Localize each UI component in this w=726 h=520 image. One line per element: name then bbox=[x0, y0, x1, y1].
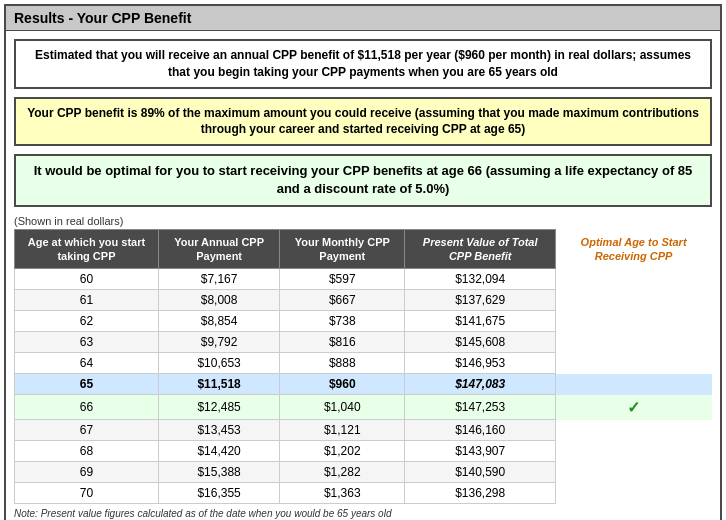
cell-annual: $11,518 bbox=[158, 374, 279, 395]
cell-age: 69 bbox=[15, 462, 159, 483]
col-monthly: Your Monthly CPP Payment bbox=[280, 229, 405, 269]
cell-annual: $9,792 bbox=[158, 332, 279, 353]
cell-optimal-check bbox=[556, 290, 712, 311]
cell-annual: $15,388 bbox=[158, 462, 279, 483]
cell-age: 62 bbox=[15, 311, 159, 332]
cell-annual: $12,485 bbox=[158, 395, 279, 420]
cell-annual: $14,420 bbox=[158, 441, 279, 462]
summary-box-1: Estimated that you will receive an annua… bbox=[14, 39, 712, 89]
shown-label: (Shown in real dollars) bbox=[14, 215, 712, 227]
cell-pv: $147,253 bbox=[405, 395, 556, 420]
cell-monthly: $738 bbox=[280, 311, 405, 332]
cell-age: 66 bbox=[15, 395, 159, 420]
cell-monthly: $1,121 bbox=[280, 420, 405, 441]
cell-monthly: $816 bbox=[280, 332, 405, 353]
cpp-table: Age at which you start taking CPP Your A… bbox=[14, 229, 712, 505]
cell-monthly: $667 bbox=[280, 290, 405, 311]
col-age: Age at which you start taking CPP bbox=[15, 229, 159, 269]
cell-age: 63 bbox=[15, 332, 159, 353]
summary-box-2: Your CPP benefit is 89% of the maximum a… bbox=[14, 97, 712, 147]
cell-pv: $146,953 bbox=[405, 353, 556, 374]
cell-optimal-check bbox=[556, 483, 712, 504]
cell-optimal-check bbox=[556, 353, 712, 374]
cell-annual: $13,453 bbox=[158, 420, 279, 441]
results-panel: Results - Your CPP Benefit Estimated tha… bbox=[4, 4, 722, 520]
optimal-box: It would be optimal for you to start rec… bbox=[14, 154, 712, 206]
col-pv: Present Value of Total CPP Benefit bbox=[405, 229, 556, 269]
cell-pv: $137,629 bbox=[405, 290, 556, 311]
cell-monthly: $888 bbox=[280, 353, 405, 374]
cell-pv: $145,608 bbox=[405, 332, 556, 353]
cell-optimal-check bbox=[556, 269, 712, 290]
cell-age: 60 bbox=[15, 269, 159, 290]
col-annual: Your Annual CPP Payment bbox=[158, 229, 279, 269]
panel-title: Results - Your CPP Benefit bbox=[6, 6, 720, 31]
cell-pv: $141,675 bbox=[405, 311, 556, 332]
cell-monthly: $960 bbox=[280, 374, 405, 395]
cell-optimal-check bbox=[556, 420, 712, 441]
table-note: Note: Present value figures calculated a… bbox=[14, 508, 712, 519]
cell-annual: $8,854 bbox=[158, 311, 279, 332]
cell-pv: $132,094 bbox=[405, 269, 556, 290]
cell-age: 64 bbox=[15, 353, 159, 374]
cell-pv: $140,590 bbox=[405, 462, 556, 483]
cell-annual: $16,355 bbox=[158, 483, 279, 504]
cell-annual: $10,653 bbox=[158, 353, 279, 374]
cell-pv: $136,298 bbox=[405, 483, 556, 504]
cell-age: 61 bbox=[15, 290, 159, 311]
cell-monthly: $1,202 bbox=[280, 441, 405, 462]
cell-pv: $143,907 bbox=[405, 441, 556, 462]
panel-content: Estimated that you will receive an annua… bbox=[6, 39, 720, 519]
col-optimal: Optimal Age to Start Receiving CPP bbox=[556, 229, 712, 269]
cell-age: 65 bbox=[15, 374, 159, 395]
cell-monthly: $597 bbox=[280, 269, 405, 290]
cell-optimal-check bbox=[556, 374, 712, 395]
cell-age: 67 bbox=[15, 420, 159, 441]
cell-pv: $147,083 bbox=[405, 374, 556, 395]
cell-monthly: $1,282 bbox=[280, 462, 405, 483]
cell-annual: $7,167 bbox=[158, 269, 279, 290]
cell-optimal-check bbox=[556, 441, 712, 462]
cell-pv: $146,160 bbox=[405, 420, 556, 441]
cell-age: 68 bbox=[15, 441, 159, 462]
cell-monthly: $1,040 bbox=[280, 395, 405, 420]
cell-optimal-check: ✓ bbox=[556, 395, 712, 420]
cell-monthly: $1,363 bbox=[280, 483, 405, 504]
cell-age: 70 bbox=[15, 483, 159, 504]
cell-annual: $8,008 bbox=[158, 290, 279, 311]
cell-optimal-check bbox=[556, 332, 712, 353]
cell-optimal-check bbox=[556, 311, 712, 332]
cell-optimal-check bbox=[556, 462, 712, 483]
